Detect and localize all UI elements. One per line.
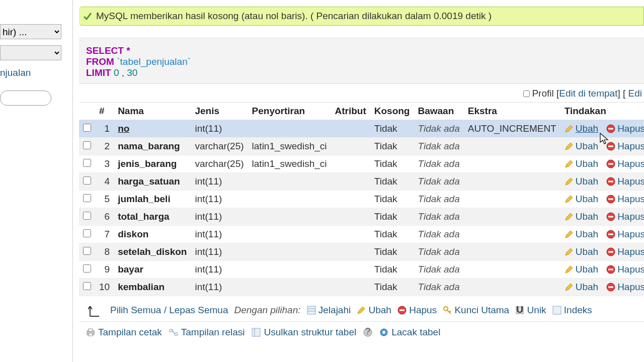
filter-input[interactable]: [0, 90, 51, 106]
drop-link[interactable]: Hapus: [617, 246, 644, 257]
column-name[interactable]: setelah_diskon: [118, 246, 187, 257]
row-checkbox[interactable]: [83, 282, 91, 290]
column-attributes: [331, 120, 370, 138]
column-default: Tidak ada: [418, 158, 459, 169]
column-name[interactable]: kembalian: [118, 282, 165, 292]
row-checkbox[interactable]: [83, 194, 91, 202]
bulk-actions: Pilih Semua / Lepas Semua Dengan pilihan…: [79, 296, 644, 322]
sidebar: hir) ... njualan: [0, 0, 73, 362]
table-row: 10kembalianint(11)TidakTidak adaUbahHapu…: [79, 279, 644, 296]
table-select[interactable]: [0, 45, 61, 60]
change-link[interactable]: Ubah: [576, 264, 598, 275]
change-link[interactable]: Ubah: [576, 211, 598, 222]
change-link[interactable]: Ubah: [576, 229, 598, 239]
key-icon: [443, 306, 452, 315]
change-link[interactable]: Ubah: [576, 158, 598, 169]
column-default: Tidak ada: [418, 229, 459, 239]
column-collation: [248, 243, 331, 261]
column-name[interactable]: no: [118, 123, 129, 134]
check-all-link[interactable]: Pilih Semua / Lepas Semua: [110, 305, 228, 316]
bulk-index[interactable]: Indeks: [552, 305, 592, 316]
column-extra: [464, 226, 560, 243]
row-checkbox[interactable]: [83, 159, 91, 167]
column-extra: [464, 279, 560, 296]
change-link[interactable]: Ubah: [576, 194, 598, 204]
track-table-link[interactable]: Lacak tabel: [379, 327, 440, 338]
edit-link[interactable]: Edi: [628, 88, 642, 99]
change-link[interactable]: Ubah: [576, 141, 598, 151]
row-checkbox[interactable]: [83, 229, 91, 237]
drop-link[interactable]: Hapus: [617, 158, 644, 169]
propose-structure-link[interactable]: Usulkan struktur tabel: [252, 327, 356, 338]
change-link[interactable]: Ubah: [576, 282, 598, 292]
svg-rect-21: [608, 199, 613, 200]
col-num[interactable]: #: [95, 103, 114, 120]
table-row: 6total_hargaint(11)TidakTidak adaUbahHap…: [79, 208, 644, 226]
row-checkbox[interactable]: [83, 141, 91, 149]
bulk-drop[interactable]: Hapus: [397, 305, 437, 316]
drop-link[interactable]: Hapus: [617, 264, 644, 275]
drop-link[interactable]: Hapus: [617, 123, 644, 134]
row-checkbox[interactable]: [83, 176, 91, 185]
row-number: 2: [95, 138, 114, 155]
svg-text:?: ?: [365, 328, 371, 336]
drop-link[interactable]: Hapus: [617, 194, 644, 204]
column-name[interactable]: jenis_barang: [118, 158, 177, 169]
change-link[interactable]: Ubah: [576, 246, 598, 257]
edit-inline-link[interactable]: Edit di tempat: [559, 88, 617, 99]
change-link[interactable]: Ubah: [576, 176, 598, 187]
print-view-link[interactable]: Tampilan cetak: [86, 327, 162, 338]
drop-link[interactable]: Hapus: [617, 282, 644, 292]
row-checkbox[interactable]: [83, 264, 91, 273]
column-null: Tidak: [370, 191, 414, 208]
col-null[interactable]: Kosong: [370, 103, 414, 120]
drop-link[interactable]: Hapus: [617, 229, 644, 239]
bulk-change[interactable]: Ubah: [357, 305, 391, 316]
drop-icon: [606, 195, 615, 204]
column-extra: [464, 138, 560, 155]
sidebar-table-link[interactable]: njualan: [0, 67, 31, 78]
bulk-primary[interactable]: Kunci Utama: [443, 305, 509, 316]
drop-icon: [397, 306, 407, 315]
col-name[interactable]: Nama: [114, 103, 191, 120]
database-select[interactable]: hir) ...: [0, 24, 61, 39]
column-default: Tidak ada: [418, 211, 459, 222]
col-action[interactable]: Tindakan: [560, 103, 644, 120]
column-name[interactable]: jumlah_beli: [118, 194, 171, 204]
relation-view-link[interactable]: Tampilan relasi: [169, 327, 245, 338]
row-checkbox[interactable]: [83, 212, 91, 220]
profil-checkbox[interactable]: [523, 90, 530, 97]
help-icon[interactable]: ?: [363, 328, 372, 337]
column-name[interactable]: diskon: [118, 229, 148, 239]
drop-link[interactable]: Hapus: [617, 211, 644, 222]
row-checkbox[interactable]: [83, 124, 91, 132]
column-name[interactable]: total_harga: [118, 211, 169, 222]
column-attributes: [331, 208, 370, 226]
col-attributes[interactable]: Atribut: [331, 103, 370, 120]
column-null: Tidak: [370, 138, 414, 155]
drop-link[interactable]: Hapus: [617, 176, 644, 187]
col-type[interactable]: Jenis: [191, 103, 248, 120]
drop-icon: [606, 230, 615, 239]
table-row: 9bayarint(11)TidakTidak adaUbahHapusJela…: [79, 261, 644, 279]
column-name[interactable]: harga_satuan: [118, 176, 180, 187]
row-number: 8: [95, 243, 114, 261]
col-collation[interactable]: Penyortiran: [248, 103, 331, 120]
drop-icon: [606, 212, 615, 221]
row-checkbox[interactable]: [83, 247, 91, 255]
bulk-browse[interactable]: Jelajahi: [307, 305, 351, 316]
column-default: Tidak ada: [418, 264, 459, 275]
bulk-unique[interactable]: U Unik: [515, 305, 546, 316]
column-attributes: [331, 155, 370, 173]
relation-icon: [169, 328, 178, 337]
drop-link[interactable]: Hapus: [617, 141, 644, 151]
change-link[interactable]: Ubah: [576, 123, 598, 134]
propose-icon: [252, 328, 261, 337]
row-number: 10: [95, 279, 114, 296]
svg-rect-60: [89, 329, 93, 331]
column-name[interactable]: nama_barang: [118, 141, 180, 151]
col-extra[interactable]: Ekstra: [464, 103, 560, 120]
col-default[interactable]: Bawaan: [414, 103, 463, 120]
drop-icon: [606, 142, 615, 151]
column-name[interactable]: bayar: [118, 264, 143, 275]
